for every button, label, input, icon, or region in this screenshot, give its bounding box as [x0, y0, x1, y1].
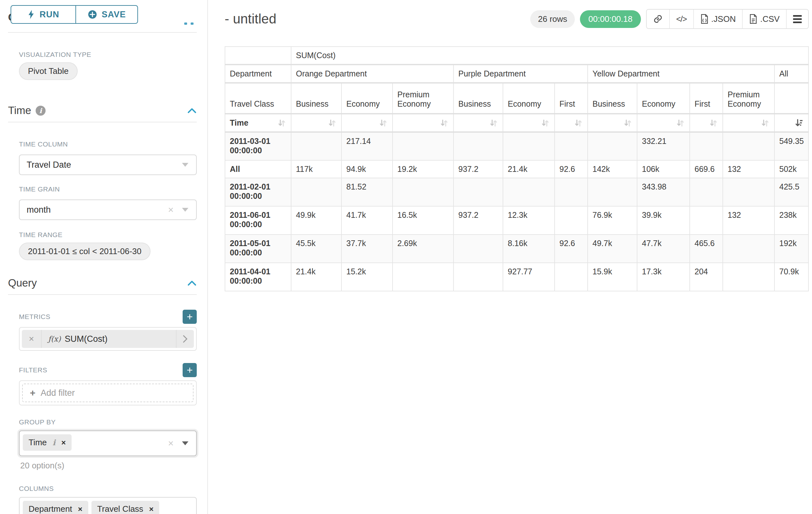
travel-class-header: Economy — [637, 83, 690, 114]
embed-code-button[interactable]: </> — [669, 10, 693, 28]
clipped-icon-dot — [191, 23, 194, 25]
sort-header[interactable] — [454, 114, 503, 132]
pivot-value-cell: 21.4k — [291, 263, 342, 291]
remove-tag-icon[interactable]: × — [61, 438, 66, 447]
sort-icon — [676, 118, 685, 128]
pivot-value-cell — [454, 132, 503, 160]
info-icon[interactable]: i — [36, 106, 46, 116]
pivot-value-cell — [393, 263, 454, 291]
table-row: 2011-03-01 00:00:00217.14332.21549.35 — [225, 132, 809, 160]
pivot-value-cell — [690, 206, 723, 235]
pivot-value-cell: 669.6 — [690, 160, 723, 178]
run-save-button-group: RUN SAVE — [10, 5, 138, 24]
time-range-chip[interactable]: 2011-01-01 ≤ col < 2011-06-30 — [19, 243, 150, 260]
query-section-title: Query — [8, 277, 37, 289]
filters-label: FILTERS — [19, 366, 47, 374]
export-json-button[interactable]: .JSON — [693, 10, 742, 28]
columns-select[interactable]: Department × Travel Class × × — [19, 497, 197, 514]
save-button[interactable]: SAVE — [76, 5, 138, 24]
sort-header[interactable] — [690, 114, 723, 132]
sort-header[interactable] — [637, 114, 690, 132]
sort-header-active[interactable] — [775, 114, 809, 132]
time-grain-select[interactable]: month × — [19, 199, 197, 220]
pivot-value-cell — [555, 206, 588, 235]
row-dimension-label: Time — [230, 118, 249, 128]
metrics-label: METRICS — [19, 313, 50, 321]
row-header: 2011-04-01 00:00:00 — [225, 263, 291, 291]
pivot-value-cell: 142k — [588, 160, 637, 178]
pivot-value-cell — [291, 178, 342, 206]
copy-link-button[interactable] — [647, 10, 669, 28]
row-header: 2011-02-01 00:00:00 — [225, 178, 291, 206]
clear-icon[interactable]: × — [168, 204, 174, 215]
pivot-value-cell: 927.77 — [503, 263, 555, 291]
clear-icon[interactable]: × — [168, 438, 174, 449]
pivot-value-cell: 49.9k — [291, 206, 342, 235]
run-button[interactable]: RUN — [10, 5, 76, 24]
group-by-tag-time[interactable]: Time i × — [23, 434, 71, 451]
sort-header-time[interactable]: Time — [225, 114, 291, 132]
add-filter-button[interactable]: + Add filter — [22, 384, 194, 402]
sort-header[interactable] — [393, 114, 454, 132]
pivot-value-cell: 47.7k — [637, 235, 690, 263]
sort-header[interactable] — [342, 114, 393, 132]
pivot-value-cell: 502k — [775, 160, 809, 178]
table-row: All117k94.9k19.2k937.221.4k92.6142k106k6… — [225, 160, 809, 178]
remove-tag-icon[interactable]: × — [78, 505, 83, 514]
viz-type-chip[interactable]: Pivot Table — [19, 62, 78, 80]
chevron-up-icon[interactable] — [187, 107, 197, 114]
pivot-value-cell: 132 — [723, 160, 775, 178]
pivot-table: SUM(Cost)DepartmentOrange DepartmentPurp… — [225, 46, 809, 291]
filters-container: + Add filter — [19, 380, 197, 405]
hamburger-menu-icon — [793, 15, 802, 23]
sort-header[interactable] — [291, 114, 342, 132]
sort-desc-icon — [795, 118, 804, 128]
pivot-value-cell: 70.9k — [775, 263, 809, 291]
export-csv-button[interactable]: .CSV — [742, 10, 786, 28]
sort-icon — [328, 118, 337, 128]
travel-class-header: Premium Economy — [393, 83, 454, 114]
pivot-value-cell: 92.6 — [555, 160, 588, 178]
pivot-value-cell: 15.2k — [342, 263, 393, 291]
time-section-title: Time i — [8, 104, 46, 117]
add-filter-plus-button[interactable]: + — [183, 363, 197, 377]
pivot-value-cell — [503, 178, 555, 206]
pivot-value-cell — [393, 178, 454, 206]
pivot-value-cell — [588, 132, 637, 160]
table-row: 2011-04-01 00:00:0021.4k15.2k927.7715.9k… — [225, 263, 809, 291]
sort-header[interactable] — [503, 114, 555, 132]
clipped-icon-dot — [184, 23, 187, 25]
sort-icon — [541, 118, 550, 128]
pivot-value-cell — [690, 132, 723, 160]
group-by-select[interactable]: Time i × × — [19, 431, 197, 456]
chevron-down-icon — [182, 163, 188, 167]
export-toolbar: </> .JSON .CSV — [646, 9, 809, 29]
chart-title[interactable]: - untitled — [225, 11, 276, 27]
sort-header[interactable] — [555, 114, 588, 132]
pivot-value-cell: 2.69k — [393, 235, 454, 263]
time-column-select[interactable]: Travel Date — [19, 155, 197, 175]
metrics-container: × ƒ(x) SUM(Cost) — [19, 327, 197, 351]
pivot-value-cell: 132 — [723, 206, 775, 235]
pivot-value-cell: 204 — [690, 263, 723, 291]
sort-header[interactable] — [723, 114, 775, 132]
columns-tag-travel-class[interactable]: Travel Class × — [91, 501, 160, 514]
info-icon[interactable]: i — [53, 438, 56, 447]
remove-metric-icon[interactable]: × — [22, 330, 42, 348]
metric-pill[interactable]: × ƒ(x) SUM(Cost) — [22, 330, 194, 348]
fx-icon: ƒ(x) — [48, 335, 61, 343]
chevron-down-icon — [182, 208, 188, 212]
chevron-right-icon[interactable] — [176, 330, 194, 348]
pivot-value-cell: 549.35 — [775, 132, 809, 160]
pivot-value-cell — [291, 132, 342, 160]
chevron-up-icon[interactable] — [187, 280, 197, 286]
sort-header[interactable] — [588, 114, 637, 132]
columns-tag-department[interactable]: Department × — [23, 501, 88, 514]
explore-view: Chart Type RUN SAVE VISUALIZATION TYPE P… — [0, 0, 812, 514]
more-menu-button[interactable] — [786, 10, 808, 28]
add-metric-button[interactable]: + — [183, 310, 197, 324]
pivot-value-cell — [690, 178, 723, 206]
section-divider — [8, 294, 197, 295]
pivot-value-cell — [555, 132, 588, 160]
remove-tag-icon[interactable]: × — [149, 505, 153, 514]
